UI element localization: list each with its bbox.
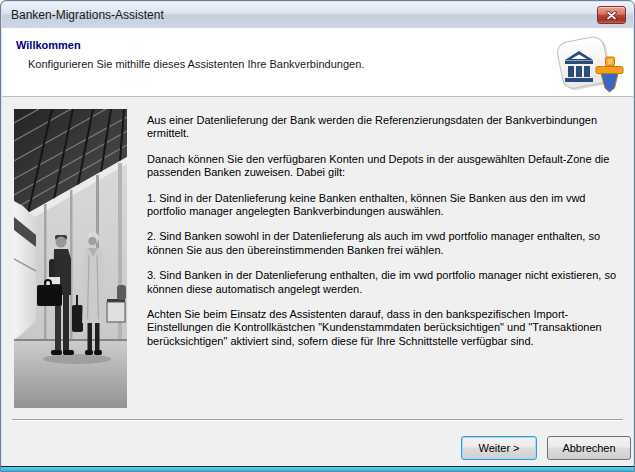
train-station-photo (14, 109, 127, 408)
next-button[interactable]: Weiter > (461, 436, 537, 460)
paragraph-note: Achten Sie beim Einsatz des Assistenten … (147, 308, 623, 348)
wizard-dialog: Banken-Migrations-Assistent Willkommen K… (0, 0, 635, 472)
paragraph-rule-3: 3. Sind Banken in der Datenlieferung ent… (147, 269, 623, 296)
page-subtitle: Konfigurieren Sie mithilfe dieses Assist… (28, 58, 364, 70)
cancel-button[interactable]: Abbrechen (547, 436, 631, 460)
bank-person-icon (551, 32, 625, 96)
title-bar[interactable]: Banken-Migrations-Assistent (2, 2, 633, 29)
wizard-body-text: Aus einer Datenlieferung der Bank werden… (147, 114, 623, 360)
window-bottom-border (1, 466, 634, 471)
content-area: Aus einer Datenlieferung der Bank werden… (2, 97, 633, 467)
page-title: Willkommen (16, 39, 81, 51)
paragraph-rule-1: 1. Sind in der Datenlieferung keine Bank… (147, 192, 623, 219)
close-button[interactable] (597, 6, 626, 24)
paragraph-rule-2: 2. Sind Banken sowohl in der Datenliefer… (147, 230, 623, 257)
window-title: Banken-Migrations-Assistent (11, 8, 164, 22)
wizard-header: Willkommen Konfigurieren Sie mithilfe di… (2, 28, 633, 97)
paragraph-intro: Aus einer Datenlieferung der Bank werden… (147, 114, 623, 141)
close-icon (606, 8, 617, 23)
paragraph-overview: Danach können Sie den verfügbaren Konten… (147, 153, 623, 180)
footer-separator (12, 419, 623, 421)
